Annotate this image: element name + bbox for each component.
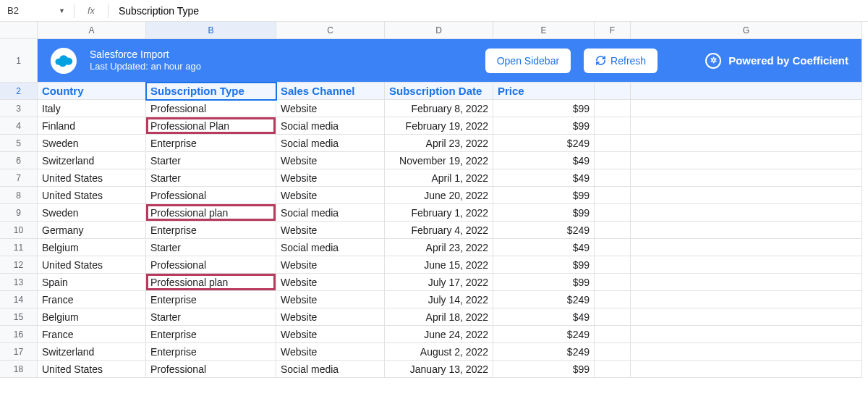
row-header-4[interactable]: 4 bbox=[0, 117, 38, 135]
cell-B5[interactable]: Enterprise bbox=[146, 135, 276, 152]
row-header-10[interactable]: 10 bbox=[0, 222, 38, 239]
cell-E3[interactable]: $99 bbox=[493, 100, 595, 117]
header-cell-D[interactable]: Subscription Date bbox=[385, 83, 493, 100]
cell-F17[interactable] bbox=[595, 343, 631, 361]
cell-G14[interactable] bbox=[631, 291, 862, 308]
cell-A18[interactable]: United States bbox=[38, 361, 146, 378]
cell-E4[interactable]: $99 bbox=[493, 117, 595, 135]
column-header-B[interactable]: B bbox=[146, 22, 276, 39]
column-header-A[interactable]: A bbox=[38, 22, 146, 39]
cell-B18[interactable]: Professional bbox=[146, 361, 276, 378]
cell-E9[interactable]: $99 bbox=[493, 204, 595, 222]
spreadsheet-grid[interactable]: ABCDEFG1Salesforce ImportLast Updated: a… bbox=[0, 22, 868, 378]
cell-F3[interactable] bbox=[595, 100, 631, 117]
cell-B7[interactable]: Starter bbox=[146, 169, 276, 187]
cell-B17[interactable]: Enterprise bbox=[146, 343, 276, 361]
row-header-18[interactable]: 18 bbox=[0, 361, 38, 378]
cell-A13[interactable]: Spain bbox=[38, 274, 146, 291]
cell-G3[interactable] bbox=[631, 100, 862, 117]
cell-D6[interactable]: November 19, 2022 bbox=[385, 152, 493, 169]
cell-C12[interactable]: Website bbox=[276, 256, 385, 274]
cell-E12[interactable]: $99 bbox=[493, 256, 595, 274]
cell-A14[interactable]: France bbox=[38, 291, 146, 308]
row-header-13[interactable]: 13 bbox=[0, 274, 38, 291]
cell-E16[interactable]: $249 bbox=[493, 326, 595, 343]
cell-G4[interactable] bbox=[631, 117, 862, 135]
cell-G7[interactable] bbox=[631, 169, 862, 187]
cell-A17[interactable]: Switzerland bbox=[38, 343, 146, 361]
cell-E6[interactable]: $49 bbox=[493, 152, 595, 169]
cell-C4[interactable]: Social media bbox=[276, 117, 385, 135]
cell-B8[interactable]: Professional bbox=[146, 187, 276, 204]
cell-G16[interactable] bbox=[631, 326, 862, 343]
row-header-15[interactable]: 15 bbox=[0, 308, 38, 326]
header-cell-G[interactable] bbox=[631, 83, 862, 100]
cell-E13[interactable]: $99 bbox=[493, 274, 595, 291]
cell-B11[interactable]: Starter bbox=[146, 239, 276, 256]
cell-D9[interactable]: February 1, 2022 bbox=[385, 204, 493, 222]
cell-F12[interactable] bbox=[595, 256, 631, 274]
cell-A8[interactable]: United States bbox=[38, 187, 146, 204]
header-cell-A[interactable]: Country bbox=[38, 83, 146, 100]
cell-A16[interactable]: France bbox=[38, 326, 146, 343]
row-header-17[interactable]: 17 bbox=[0, 343, 38, 361]
row-header-9[interactable]: 9 bbox=[0, 204, 38, 222]
cell-D10[interactable]: February 4, 2022 bbox=[385, 222, 493, 239]
row-header-7[interactable]: 7 bbox=[0, 169, 38, 187]
cell-F16[interactable] bbox=[595, 326, 631, 343]
select-all-corner[interactable] bbox=[0, 22, 38, 39]
cell-D5[interactable]: April 23, 2022 bbox=[385, 135, 493, 152]
row-header-8[interactable]: 8 bbox=[0, 187, 38, 204]
column-header-E[interactable]: E bbox=[493, 22, 595, 39]
cell-B14[interactable]: Enterprise bbox=[146, 291, 276, 308]
cell-D11[interactable]: April 23, 2022 bbox=[385, 239, 493, 256]
cell-E17[interactable]: $249 bbox=[493, 343, 595, 361]
cell-F10[interactable] bbox=[595, 222, 631, 239]
cell-A4[interactable]: Finland bbox=[38, 117, 146, 135]
cell-B13[interactable]: Professional plan bbox=[146, 274, 276, 291]
cell-A12[interactable]: United States bbox=[38, 256, 146, 274]
cell-A6[interactable]: Switzerland bbox=[38, 152, 146, 169]
cell-F15[interactable] bbox=[595, 308, 631, 326]
cell-G15[interactable] bbox=[631, 308, 862, 326]
cell-D12[interactable]: June 15, 2022 bbox=[385, 256, 493, 274]
name-box[interactable]: B2 ▼ bbox=[4, 3, 68, 19]
cell-G17[interactable] bbox=[631, 343, 862, 361]
column-header-C[interactable]: C bbox=[276, 22, 385, 39]
cell-E10[interactable]: $249 bbox=[493, 222, 595, 239]
row-header-16[interactable]: 16 bbox=[0, 326, 38, 343]
cell-G5[interactable] bbox=[631, 135, 862, 152]
row-header-1[interactable]: 1 bbox=[0, 39, 38, 83]
cell-E7[interactable]: $49 bbox=[493, 169, 595, 187]
refresh-button[interactable]: Refresh bbox=[584, 49, 658, 73]
cell-C9[interactable]: Social media bbox=[276, 204, 385, 222]
cell-F18[interactable] bbox=[595, 361, 631, 378]
cell-B10[interactable]: Enterprise bbox=[146, 222, 276, 239]
cell-B15[interactable]: Starter bbox=[146, 308, 276, 326]
cell-C5[interactable]: Social media bbox=[276, 135, 385, 152]
cell-F4[interactable] bbox=[595, 117, 631, 135]
cell-D17[interactable]: August 2, 2022 bbox=[385, 343, 493, 361]
cell-C16[interactable]: Website bbox=[276, 326, 385, 343]
cell-C13[interactable]: Website bbox=[276, 274, 385, 291]
cell-C17[interactable]: Website bbox=[276, 343, 385, 361]
cell-B3[interactable]: Professional bbox=[146, 100, 276, 117]
cell-C10[interactable]: Website bbox=[276, 222, 385, 239]
cell-D13[interactable]: July 17, 2022 bbox=[385, 274, 493, 291]
cell-A3[interactable]: Italy bbox=[38, 100, 146, 117]
cell-F9[interactable] bbox=[595, 204, 631, 222]
row-header-6[interactable]: 6 bbox=[0, 152, 38, 169]
formula-input[interactable] bbox=[114, 5, 864, 17]
cell-E5[interactable]: $249 bbox=[493, 135, 595, 152]
cell-C14[interactable]: Website bbox=[276, 291, 385, 308]
cell-D7[interactable]: April 1, 2022 bbox=[385, 169, 493, 187]
row-header-2[interactable]: 2 bbox=[0, 83, 38, 100]
cell-A9[interactable]: Sweden bbox=[38, 204, 146, 222]
cell-D8[interactable]: June 20, 2022 bbox=[385, 187, 493, 204]
cell-C8[interactable]: Website bbox=[276, 187, 385, 204]
cell-B6[interactable]: Starter bbox=[146, 152, 276, 169]
cell-C6[interactable]: Website bbox=[276, 152, 385, 169]
row-header-3[interactable]: 3 bbox=[0, 100, 38, 117]
open-sidebar-button[interactable]: Open Sidebar bbox=[485, 49, 571, 73]
cell-C18[interactable]: Social media bbox=[276, 361, 385, 378]
